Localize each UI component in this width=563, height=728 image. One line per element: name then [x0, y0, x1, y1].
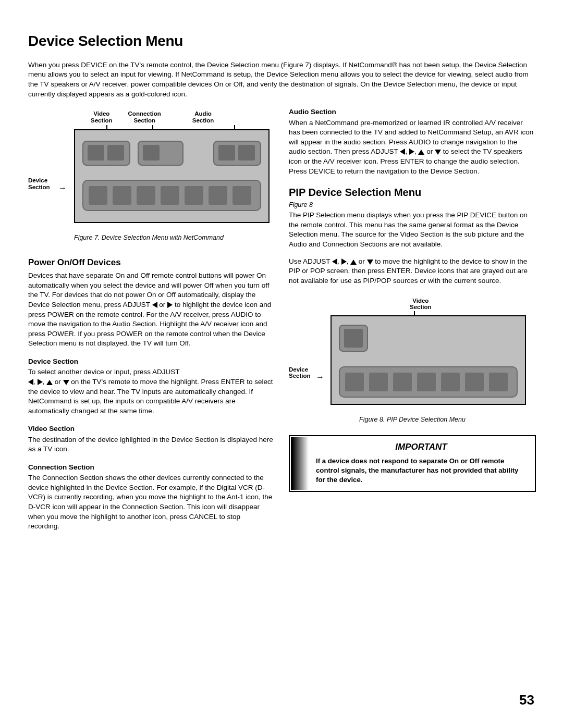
- fig8-label-video: Video Section: [410, 298, 432, 311]
- fig7-connection-group: [138, 141, 183, 166]
- right-arrow-icon: [409, 149, 414, 155]
- up-arrow-icon: [418, 150, 424, 155]
- audio-section-paragraph: When a NetCommand pre-memorized or learn…: [289, 118, 536, 177]
- down-arrow-icon: [367, 260, 373, 265]
- arrow-right-icon: →: [58, 182, 67, 194]
- video-section-heading: Video Section: [28, 424, 273, 434]
- pip-paragraph-2: Use ADJUST , , or to move the highlight …: [289, 257, 536, 286]
- left-arrow-icon: [400, 149, 405, 155]
- important-title: IMPORTANT: [316, 441, 527, 453]
- fig7-label-connection: Connection Section: [128, 110, 161, 124]
- connection-section-paragraph: The Connection Section shows the other d…: [28, 473, 273, 532]
- fig7-device-group: [82, 180, 261, 211]
- figure-7-caption: Figure 7. Device Selection Menu with Net…: [74, 233, 273, 242]
- power-paragraph: Devices that have separate On and Off re…: [28, 271, 273, 349]
- figure-7: Video Section Connection Section Audio S…: [28, 110, 273, 230]
- figure-8-reference: Figure 8: [289, 201, 536, 209]
- down-arrow-icon: [435, 150, 441, 155]
- video-section-paragraph: The destination of the device ighlighted…: [28, 435, 273, 454]
- fig8-tv-screen: [331, 315, 526, 405]
- power-heading: Power On/Off Devices: [28, 257, 273, 269]
- fig7-label-audio: Audio Section: [192, 110, 214, 124]
- important-callout: IMPORTANT If a device does not respond t…: [289, 435, 536, 491]
- device-section-paragraph: To select another device or input, press…: [28, 367, 273, 416]
- pip-paragraph-1: The PIP Selection menu displays when you…: [289, 211, 536, 250]
- fig7-label-device: Device Section: [28, 177, 50, 190]
- audio-section-heading: Audio Section: [289, 107, 536, 117]
- device-section-heading: Device Section: [28, 357, 273, 366]
- fig8-device-group: [339, 366, 518, 398]
- page-title: Device Selection Menu: [28, 31, 536, 51]
- intro-paragraph: When you press DEVICE on the TV's remote…: [28, 60, 536, 100]
- right-arrow-icon: [341, 258, 347, 265]
- left-arrow-icon: [332, 258, 337, 265]
- arrow-right-icon: →: [316, 372, 324, 383]
- left-arrow-icon: [28, 379, 33, 385]
- pip-heading: PIP Device Selection Menu: [289, 186, 536, 200]
- up-arrow-icon: [46, 380, 53, 385]
- fig7-label-video: Video Section: [91, 110, 113, 124]
- figure-8: Video Section Device Section →: [289, 298, 536, 412]
- right-arrow-icon: [38, 379, 43, 385]
- fig7-video-group: [82, 141, 130, 166]
- fig7-tv-screen: [74, 129, 270, 223]
- down-arrow-icon: [63, 380, 69, 385]
- figure-8-caption: Figure 8. PIP Device Selection Menu: [289, 415, 536, 424]
- connection-section-heading: Connection Section: [28, 463, 273, 472]
- fig8-label-device: Device Section: [289, 366, 311, 379]
- page-number: 53: [519, 691, 534, 709]
- right-arrow-icon: [167, 302, 173, 308]
- important-body: If a device does not respond to separate…: [316, 456, 527, 484]
- up-arrow-icon: [350, 260, 357, 265]
- fig8-video-group: [339, 325, 368, 352]
- fig7-audio-group: [213, 141, 261, 166]
- left-arrow-icon: [152, 302, 157, 308]
